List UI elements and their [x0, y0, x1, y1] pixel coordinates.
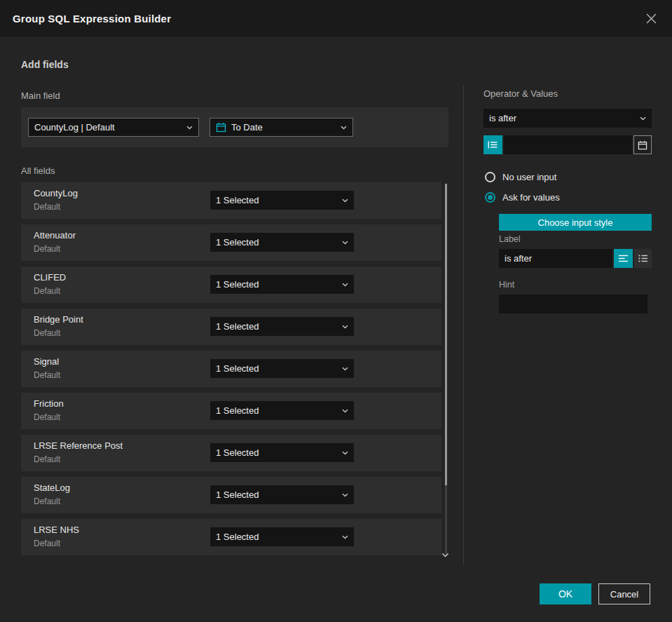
main-field-panel: CountyLog | Default To Date — [21, 107, 448, 147]
field-selection-value: 1 Selected — [216, 405, 338, 416]
field-row: Attenuator Default 1 Selected — [21, 224, 441, 261]
ask-for-values-label: Ask for values — [502, 192, 560, 203]
field-info: LRSE NHS Default — [34, 525, 79, 548]
ask-for-values-radio[interactable]: Ask for values — [485, 192, 560, 203]
field-selection-value: 1 Selected — [216, 489, 338, 500]
hint-caption: Hint — [499, 280, 514, 290]
field-selection-value: 1 Selected — [216, 363, 338, 374]
operator-values-heading: Operator & Values — [484, 88, 558, 99]
calendar-icon — [638, 140, 647, 150]
chevron-down-icon — [342, 325, 348, 329]
field-name: StateLog — [34, 482, 70, 493]
value-input[interactable] — [504, 135, 632, 154]
scrollbar-thumb[interactable] — [445, 184, 447, 485]
field-selection-dropdown[interactable]: 1 Selected — [210, 401, 354, 420]
field-subtitle: Default — [34, 286, 66, 296]
field-info: Friction Default — [34, 398, 64, 422]
chevron-down-icon — [341, 126, 347, 130]
field-row: Signal Default 1 Selected — [21, 351, 441, 387]
main-field-dropdown-value: CountyLog | Default — [34, 122, 182, 133]
field-selection-dropdown[interactable]: 1 Selected — [210, 275, 354, 294]
field-name: Friction — [34, 398, 64, 409]
field-name: Bridge Point — [34, 314, 83, 325]
field-selection-dropdown[interactable]: 1 Selected — [210, 191, 354, 210]
field-info: CountyLog Default — [34, 188, 78, 212]
chevron-down-icon — [186, 126, 193, 130]
field-subtitle: Default — [34, 202, 78, 212]
field-subtitle: Default — [34, 412, 64, 422]
field-info: Bridge Point Default — [34, 314, 83, 338]
calendar-icon — [216, 122, 226, 133]
radio-unselected-icon — [485, 172, 495, 182]
add-fields-heading: Add fields — [21, 59, 69, 70]
field-name: LRSE NHS — [34, 525, 79, 535]
no-user-input-label: No user input — [502, 172, 556, 182]
radio-selected-icon — [485, 192, 495, 203]
cancel-button[interactable]: Cancel — [598, 583, 650, 604]
field-row: Friction Default 1 Selected — [21, 393, 441, 429]
align-left-icon — [619, 255, 628, 262]
main-field-label: Main field — [21, 90, 60, 101]
chevron-down-icon — [342, 493, 348, 497]
field-selection-value: 1 Selected — [216, 321, 338, 332]
hint-input[interactable] — [499, 295, 647, 313]
input-field-icon — [488, 140, 498, 149]
main-field-dropdown[interactable]: CountyLog | Default — [28, 118, 199, 137]
field-subtitle: Default — [34, 496, 70, 506]
field-selection-dropdown[interactable]: 1 Selected — [210, 317, 354, 336]
choose-input-style-button[interactable]: Choose input style — [499, 214, 652, 231]
group-sql-expression-builder-dialog: Group SQL Expression Builder Add fields … — [0, 0, 672, 622]
field-selection-dropdown[interactable]: 1 Selected — [210, 359, 354, 378]
operator-values-panel: Operator & Values is after No user input… — [484, 0, 652, 561]
field-subtitle: Default — [34, 370, 60, 380]
no-user-input-radio[interactable]: No user input — [485, 172, 556, 182]
chevron-down-icon — [342, 535, 348, 539]
field-subtitle: Default — [34, 454, 123, 464]
dialog-title: Group SQL Expression Builder — [13, 13, 171, 25]
chevron-down-icon — [640, 116, 646, 121]
field-info: CLIFED Default — [34, 272, 66, 296]
field-name: Signal — [34, 356, 60, 367]
field-row: LRSE Reference Post Default 1 Selected — [21, 435, 441, 471]
value-source-button[interactable] — [484, 135, 502, 154]
input-style-list-button[interactable] — [634, 249, 652, 268]
field-selection-dropdown[interactable]: 1 Selected — [210, 527, 354, 546]
field-subtitle: Default — [34, 539, 79, 548]
chevron-down-icon — [342, 451, 348, 455]
field-info: Attenuator Default — [34, 230, 76, 254]
field-name: Attenuator — [34, 230, 76, 241]
field-name: CLIFED — [34, 272, 66, 283]
field-info: StateLog Default — [34, 482, 70, 506]
chevron-down-icon — [342, 409, 348, 413]
field-name: LRSE Reference Post — [34, 440, 123, 451]
field-row: LRSE NHS Default 1 Selected — [21, 519, 441, 555]
ok-button[interactable]: OK — [540, 583, 591, 604]
field-selection-dropdown[interactable]: 1 Selected — [210, 443, 354, 462]
vertical-divider — [463, 86, 464, 564]
field-row: Bridge Point Default 1 Selected — [21, 309, 441, 345]
list-icon — [638, 255, 647, 262]
field-selection-dropdown[interactable]: 1 Selected — [210, 233, 354, 252]
field-info: LRSE Reference Post Default — [34, 440, 123, 464]
all-fields-rows: CountyLog Default 1 Selected Attenuator … — [21, 182, 448, 555]
chevron-down-icon — [342, 283, 348, 287]
field-row: CLIFED Default 1 Selected — [21, 266, 441, 303]
field-selection-value: 1 Selected — [216, 195, 338, 205]
chevron-down-icon — [342, 367, 348, 371]
field-row: StateLog Default 1 Selected — [21, 477, 441, 513]
calendar-picker-button[interactable] — [633, 135, 652, 154]
input-style-text-button[interactable] — [614, 249, 633, 268]
field-row: CountyLog Default 1 Selected — [21, 182, 441, 219]
field-selection-value: 1 Selected — [216, 237, 338, 248]
date-field-dropdown-value: To Date — [231, 122, 336, 133]
chevron-down-icon — [342, 198, 348, 203]
field-selection-dropdown[interactable]: 1 Selected — [210, 485, 354, 504]
operator-dropdown-value: is after — [489, 113, 636, 123]
date-field-dropdown[interactable]: To Date — [210, 118, 353, 137]
all-fields-list: CountyLog Default 1 Selected Attenuator … — [21, 182, 448, 561]
field-subtitle: Default — [34, 244, 76, 254]
label-input[interactable] — [499, 249, 612, 268]
operator-dropdown[interactable]: is after — [484, 109, 652, 128]
scroll-down-icon[interactable] — [441, 553, 449, 557]
field-selection-value: 1 Selected — [216, 532, 338, 542]
